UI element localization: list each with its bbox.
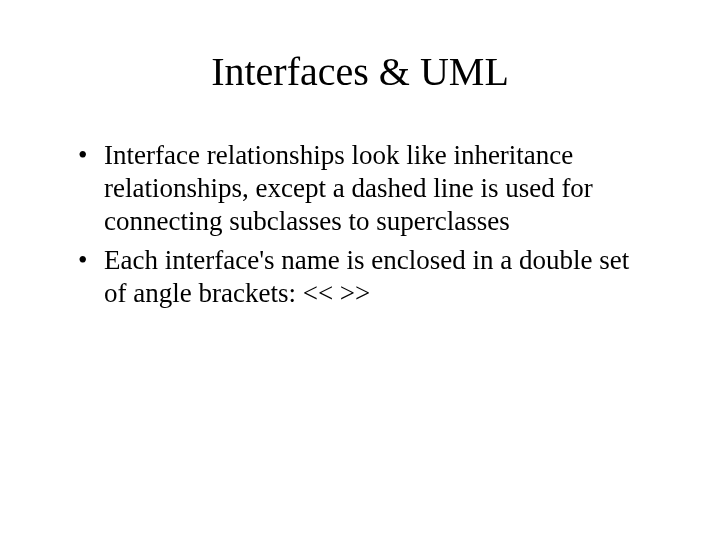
list-item: Each interface's name is enclosed in a d… xyxy=(78,244,650,310)
bullet-list: Interface relationships look like inheri… xyxy=(60,139,660,310)
slide: Interfaces & UML Interface relationships… xyxy=(0,0,720,540)
list-item: Interface relationships look like inheri… xyxy=(78,139,650,238)
slide-title: Interfaces & UML xyxy=(60,48,660,95)
